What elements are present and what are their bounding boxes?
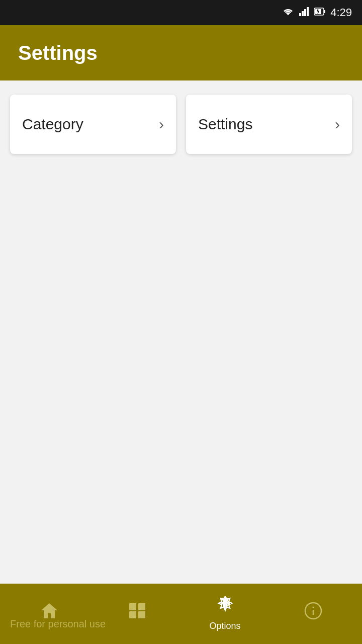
page-title: Settings	[18, 42, 98, 64]
settings-chevron-icon: ›	[335, 116, 340, 133]
svg-point-17	[312, 606, 314, 608]
svg-rect-1	[302, 11, 304, 16]
svg-rect-12	[129, 611, 136, 618]
home-icon	[40, 602, 58, 624]
nav-item-home[interactable]	[19, 602, 79, 626]
svg-rect-5	[324, 10, 325, 13]
svg-rect-13	[138, 611, 145, 618]
grid-icon	[128, 602, 146, 624]
status-bar: 4:29	[0, 0, 362, 25]
svg-rect-3	[307, 7, 309, 16]
bottom-nav: Options	[0, 584, 362, 644]
info-icon	[304, 602, 322, 624]
settings-card[interactable]: Settings ›	[186, 95, 352, 154]
nav-item-grid[interactable]	[107, 602, 167, 626]
status-time: 4:29	[330, 6, 352, 19]
svg-rect-11	[138, 603, 145, 610]
category-label: Category	[22, 116, 83, 133]
app-header: Settings	[0, 25, 362, 80]
nav-item-options[interactable]: Options	[195, 596, 255, 631]
svg-rect-10	[129, 603, 136, 610]
signal-icon	[299, 7, 309, 19]
settings-label: Settings	[198, 116, 252, 133]
gear-icon	[216, 596, 234, 619]
category-card[interactable]: Category ›	[10, 95, 176, 154]
options-label: Options	[209, 621, 240, 631]
category-chevron-icon: ›	[159, 116, 164, 133]
svg-rect-0	[299, 13, 301, 16]
battery-icon	[314, 7, 325, 19]
svg-rect-2	[304, 9, 306, 16]
wifi-icon	[282, 7, 294, 19]
main-content: Category › Settings ›	[0, 80, 362, 584]
nav-item-info[interactable]	[283, 602, 343, 626]
